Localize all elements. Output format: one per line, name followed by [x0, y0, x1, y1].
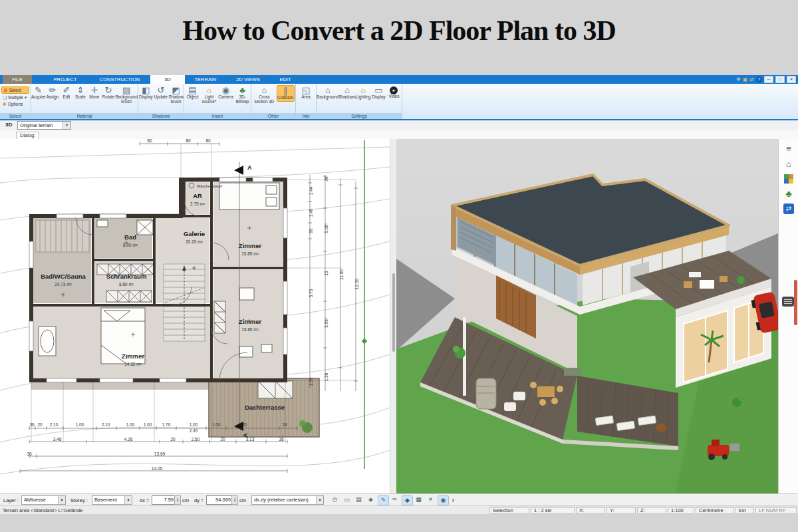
close-button[interactable]: ✕: [787, 76, 796, 83]
dim-label: 5.06⁵: [324, 317, 329, 328]
collision-button[interactable]: ∥Collision: [277, 85, 295, 102]
ribbon-group-settings: ⌂Background ⌂Shadows ☼Lighting ▭Display …: [317, 84, 402, 119]
panel-drag-handle[interactable]: [782, 297, 794, 307]
shadows-setting-button[interactable]: ⌂Shadows: [339, 85, 356, 100]
shadow-update-icon: ↺: [157, 86, 164, 95]
storey-select[interactable]: Basement ▾: [92, 495, 132, 505]
dim-label: 2.10: [50, 422, 59, 427]
tree-icon: ♣: [239, 86, 245, 95]
area-button[interactable]: ◱Area: [298, 85, 315, 100]
layers-toggle-icon[interactable]: ◆: [402, 495, 413, 505]
cross-section-3d-button[interactable]: ⌂Cross section 3D: [253, 85, 277, 105]
assign-button[interactable]: ✏Assign: [45, 85, 59, 100]
room-area-label: 8.00 m²: [123, 243, 138, 247]
group-label-settings: Settings: [317, 113, 402, 119]
wand-icon[interactable]: ✑: [390, 495, 400, 504]
pen-tool-icon[interactable]: ✎: [378, 495, 389, 505]
tab-3d[interactable]: 3D: [150, 75, 185, 84]
room-area-label: 14.32 m²: [124, 362, 142, 366]
select-button[interactable]: ▣ Select: [1, 86, 29, 94]
render-3d-view[interactable]: [396, 139, 778, 493]
background-icon: ⌂: [325, 86, 331, 95]
building-icon[interactable]: ⌂: [783, 159, 794, 170]
maximize-button[interactable]: □: [775, 76, 785, 83]
scale-button[interactable]: ⇕Scale: [73, 85, 87, 100]
multiple-button[interactable]: ❏ Multiple ▾: [1, 94, 29, 100]
display-setting-button[interactable]: ▭Display: [371, 85, 386, 100]
dim-label: 15: [324, 271, 329, 276]
dim-label: 1.00: [212, 422, 221, 427]
chevron-down-icon: ▾: [316, 496, 323, 504]
terrain-select[interactable]: Original terrain ▾: [17, 121, 71, 130]
3d-bitmap-button[interactable]: ♣3D-Bitmap: [234, 85, 251, 105]
catalog-scrollbar[interactable]: [794, 280, 797, 325]
light-source-button[interactable]: ☼Light source*: [201, 85, 217, 105]
dim-label: 2.35: [239, 422, 247, 427]
snap-icon[interactable]: ◉: [438, 495, 449, 505]
monitor-icon[interactable]: ▭: [342, 495, 352, 504]
move-button[interactable]: ✛Move: [87, 85, 101, 100]
z-coordinate: Z:: [637, 507, 666, 514]
dim-label: 2.30: [190, 428, 198, 433]
lighting-setting-button[interactable]: ☼Lighting: [356, 85, 371, 100]
window-tool-icon[interactable]: ▣: [743, 76, 748, 83]
minimize-button[interactable]: ─: [764, 76, 773, 83]
tab-construction[interactable]: CONSTRUCTION: [89, 75, 150, 84]
rotate-button[interactable]: ↻Rotate: [101, 85, 115, 100]
video-button[interactable]: ►Video: [386, 85, 402, 100]
dialog-tab[interactable]: Dialog:: [16, 132, 39, 139]
teamviewer-icon[interactable]: ⇄: [783, 203, 794, 214]
room-area-label: 8.80 m²: [119, 282, 134, 287]
printer-icon[interactable]: ▤: [354, 495, 364, 504]
tree-icon[interactable]: ♣: [783, 188, 794, 199]
dx-stepper[interactable]: ⇕: [174, 495, 181, 505]
dim-label: 11.00: [339, 269, 344, 280]
object-button[interactable]: ▤Object: [184, 85, 201, 100]
background-setting-button[interactable]: ⌂Background: [317, 85, 339, 100]
room-name-label: Bad/WC/Sauna: [41, 273, 86, 280]
stack-icon[interactable]: ▦: [414, 495, 424, 504]
dim-label: 80: [205, 139, 211, 143]
group-label-material: Material: [31, 113, 138, 119]
camera-button[interactable]: ◉Camera: [217, 85, 234, 100]
dy-stepper[interactable]: ⇕: [231, 495, 238, 505]
dy-input[interactable]: 94.069: [206, 495, 233, 505]
group-label-insert: Insert: [184, 113, 251, 119]
clock-icon[interactable]: ◷: [330, 495, 340, 504]
floor-plan-2d-view[interactable]: A A Wäsche-abwurf 80808036202.101.002.10…: [0, 139, 390, 493]
edit-button[interactable]: ✐Edit: [59, 85, 73, 100]
help-icon[interactable]: ?: [756, 76, 762, 82]
window-tool-icon[interactable]: ✛: [736, 76, 741, 83]
shadow-display-icon: ◧: [142, 86, 150, 95]
shadow-display-button[interactable]: ◧Display: [138, 85, 154, 100]
dx-input[interactable]: 7.59: [152, 495, 176, 505]
staircase: [164, 264, 205, 341]
storey-value: Basement: [94, 497, 117, 503]
window-tool-icon[interactable]: ⇄: [749, 76, 754, 83]
tab-terrain[interactable]: TERRAIN: [185, 75, 226, 84]
coordinate-mode-select[interactable]: dx,dy (relative cartesian) ▾: [251, 495, 324, 505]
chip-icon[interactable]: ◈: [366, 495, 376, 504]
dim-label: 1.00: [309, 377, 313, 386]
options-button[interactable]: ✚ Options: [1, 101, 29, 107]
shadow-brush-icon: ◩: [172, 86, 180, 95]
tab-file[interactable]: FILE: [3, 75, 32, 84]
room-name-label: Bad: [124, 233, 136, 241]
tab-2d-views[interactable]: 2D VIEWS: [226, 75, 270, 84]
group-label-select: Select: [0, 113, 31, 119]
shadow-brush-button[interactable]: ◩Shadow brush: [168, 85, 184, 105]
tab-edit[interactable]: EDIT: [270, 75, 301, 84]
acquire-button[interactable]: ✎Acquire: [31, 85, 45, 100]
background-brush-button[interactable]: ▨Background brush: [115, 85, 138, 105]
materials-icon[interactable]: [784, 174, 793, 184]
vertical-scrollbar-thumb[interactable]: [392, 273, 395, 352]
grid-icon[interactable]: #: [426, 495, 436, 504]
layer-select[interactable]: Abfluesse ▾: [21, 495, 66, 505]
shadow-update-button[interactable]: ↺Update: [154, 85, 169, 100]
dim-label: 80: [186, 139, 191, 143]
dy-label: dy =: [194, 497, 203, 503]
layers-icon[interactable]: ≡: [783, 144, 794, 154]
tab-project[interactable]: PROJECT: [41, 75, 89, 84]
select-icon: ▣: [3, 88, 8, 93]
dim-label: 3.13: [246, 437, 255, 442]
